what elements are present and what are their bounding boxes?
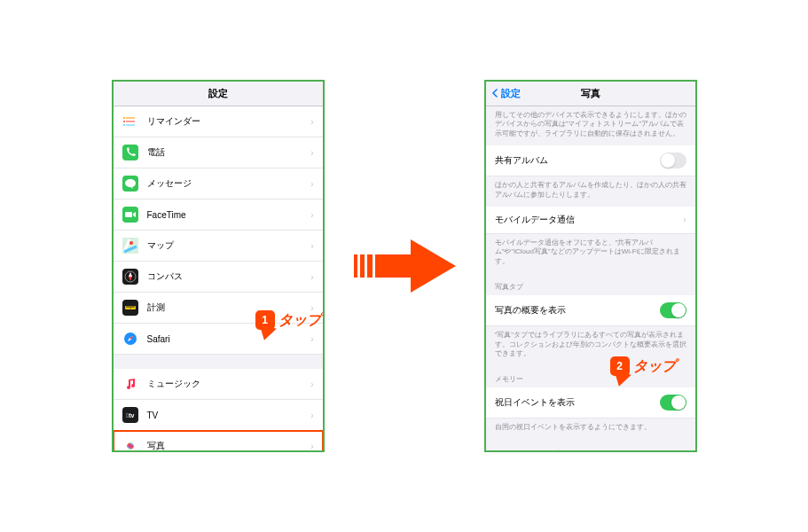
row-label: マップ <box>147 239 311 252</box>
shared-album-row[interactable]: 共有アルバム <box>486 145 695 176</box>
callout-1: 1 タップ <box>255 310 321 330</box>
holiday-events-toggle[interactable] <box>660 395 686 411</box>
tv-icon: tv <box>122 407 138 423</box>
photos-header: 設定 写真 <box>486 82 695 106</box>
chevron-right-icon: › <box>310 117 313 127</box>
settings-header: 設定 <box>114 82 323 106</box>
chevron-right-icon: › <box>310 334 313 344</box>
chevron-right-icon: › <box>310 241 313 251</box>
svg-rect-51 <box>360 254 365 278</box>
svg-point-5 <box>123 121 125 122</box>
tutorial-container: 設定 リマインダー › 電話 › メッセージ › FaceTime › マップ … <box>0 0 808 532</box>
chevron-right-icon: › <box>683 215 686 224</box>
svg-rect-7 <box>122 145 138 160</box>
chevron-right-icon: › <box>310 442 313 451</box>
messages-icon <box>122 176 138 192</box>
chevron-right-icon: › <box>310 210 313 220</box>
svg-point-4 <box>123 117 125 119</box>
callout-1-badge: 1 <box>255 310 275 330</box>
row-label: コンパス <box>147 270 311 283</box>
holiday-events-note: 自国の祝日イベントを表示するようにできます。 <box>486 419 695 439</box>
mobile-data-row[interactable]: モバイルデータ通信 › <box>486 207 695 234</box>
callout-1-text: タップ <box>278 311 321 330</box>
settings-row-maps[interactable]: マップ › <box>114 231 323 262</box>
settings-row-music[interactable]: ミュージック › <box>114 369 323 400</box>
chevron-right-icon: › <box>310 411 313 420</box>
music-icon <box>122 376 138 392</box>
maps-icon <box>122 238 138 254</box>
chevron-right-icon: › <box>310 379 313 389</box>
row-label: FaceTime <box>147 210 311 220</box>
photos-title: 写真 <box>581 88 600 98</box>
shared-album-note: ほかの人と共有するアルバムを作成したり、ほかの人の共有アルバムに参加したりします… <box>486 176 695 207</box>
svg-rect-10 <box>125 212 132 217</box>
row-label: TV <box>147 411 311 420</box>
settings-row-reminders[interactable]: リマインダー › <box>114 106 323 137</box>
facetime-icon <box>122 207 138 223</box>
row-label: Safari <box>147 334 311 344</box>
callout-2-badge: 2 <box>610 356 630 376</box>
shared-album-toggle[interactable] <box>660 153 686 168</box>
show-summary-toggle[interactable] <box>660 302 686 318</box>
transfer-header: MACまたはPCに転送 <box>486 440 695 450</box>
settings-list[interactable]: リマインダー › 電話 › メッセージ › FaceTime › マップ › コ… <box>114 106 323 450</box>
chevron-right-icon: › <box>310 148 313 158</box>
back-button[interactable]: 設定 <box>491 87 521 100</box>
row-label: 電話 <box>147 146 311 159</box>
row-label: 写真 <box>147 440 311 450</box>
safari-icon <box>122 331 138 347</box>
stream-note: 用してその他のデバイスで表示できるようにします。ほかのデバイスからの写真は"マイ… <box>486 106 695 145</box>
svg-point-13 <box>129 241 133 245</box>
chevron-right-icon: › <box>310 272 313 282</box>
holiday-events-row[interactable]: 祝日イベントを表示 <box>486 387 695 419</box>
settings-row-photos[interactable]: 写真 › <box>114 431 323 450</box>
settings-row-facetime[interactable]: FaceTime › <box>114 200 323 231</box>
settings-row-compass[interactable]: コンパス › <box>114 262 323 293</box>
settings-row-messages[interactable]: メッセージ › <box>114 168 323 200</box>
photos-settings-body[interactable]: 用してその他のデバイスで表示できるようにします。ほかのデバイスからの写真は"マイ… <box>486 106 695 450</box>
callout-2: 2 タップ <box>610 356 676 376</box>
photos-icon <box>122 438 138 450</box>
reminders-icon <box>122 113 138 129</box>
photos-settings-screen: 設定 写真 用してその他のデバイスで表示できるようにします。ほかのデバイスからの… <box>484 80 697 452</box>
measure-icon <box>122 300 138 316</box>
svg-rect-52 <box>367 254 373 278</box>
svg-text:tv: tv <box>126 412 134 419</box>
chevron-right-icon: › <box>310 179 313 189</box>
settings-row-phone[interactable]: 電話 › <box>114 137 323 168</box>
row-label: ミュージック <box>147 378 311 390</box>
settings-screen: 設定 リマインダー › 電話 › メッセージ › FaceTime › マップ … <box>112 80 325 452</box>
phone-icon <box>122 145 138 160</box>
svg-point-6 <box>123 124 125 126</box>
arrow-icon <box>351 235 458 297</box>
svg-rect-50 <box>354 254 357 278</box>
svg-rect-53 <box>375 254 411 278</box>
mobile-data-note: モバイルデータ通信をオフにすると、"共有アルバム"や"iCloud写真"などのア… <box>486 234 695 273</box>
row-label: リマインダー <box>147 115 311 128</box>
row-label: メッセージ <box>147 177 311 190</box>
settings-title: 設定 <box>208 88 228 98</box>
compass-icon <box>122 269 138 285</box>
svg-marker-54 <box>411 239 456 293</box>
photos-tab-header: 写真タブ <box>486 273 695 295</box>
callout-2-text: タップ <box>633 357 676 376</box>
settings-row-tv[interactable]: tv TV › <box>114 400 323 431</box>
show-summary-row[interactable]: 写真の概要を表示 <box>486 295 695 326</box>
